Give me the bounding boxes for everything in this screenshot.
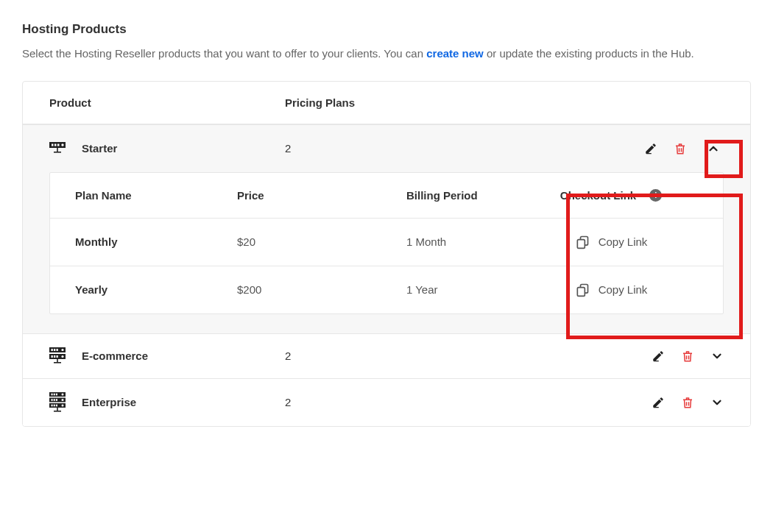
svg-rect-19 bbox=[54, 355, 55, 358]
table-row: Enterprise 2 bbox=[23, 378, 750, 426]
subtitle-text-b: or update the existing products in the H… bbox=[484, 47, 694, 60]
svg-point-16 bbox=[61, 348, 63, 350]
svg-rect-38 bbox=[56, 404, 57, 406]
col-price: Price bbox=[237, 189, 406, 202]
plan-billing: 1 Month bbox=[406, 235, 524, 248]
copy-link-label: Copy Link bbox=[599, 283, 648, 296]
table-header-row: Product Pricing Plans bbox=[23, 82, 750, 124]
edit-button[interactable] bbox=[652, 350, 665, 363]
plan-price: $200 bbox=[237, 283, 406, 296]
page-title: Hosting Products bbox=[22, 22, 751, 37]
delete-button[interactable] bbox=[681, 349, 694, 363]
table-row: Starter 2 bbox=[23, 124, 750, 172]
svg-rect-36 bbox=[52, 404, 53, 406]
inner-header-row: Plan Name Price Billing Period Checkout … bbox=[50, 173, 723, 218]
svg-rect-9 bbox=[577, 239, 585, 248]
product-name: Enterprise bbox=[82, 396, 136, 408]
svg-rect-3 bbox=[57, 143, 60, 146]
subtitle-text-a: Select the Hosting Reseller products tha… bbox=[22, 47, 426, 60]
info-icon[interactable]: i bbox=[649, 189, 662, 202]
svg-rect-24 bbox=[654, 361, 659, 361]
svg-rect-20 bbox=[57, 355, 58, 358]
plan-row: Monthly $20 1 Month Copy Link bbox=[50, 218, 723, 266]
svg-rect-1 bbox=[52, 143, 54, 146]
svg-rect-13 bbox=[52, 349, 53, 351]
plan-name: Yearly bbox=[75, 283, 237, 296]
col-product: Product bbox=[49, 96, 285, 109]
collapse-button[interactable] bbox=[703, 138, 724, 159]
svg-rect-23 bbox=[54, 362, 61, 363]
svg-rect-40 bbox=[57, 408, 58, 411]
svg-rect-26 bbox=[52, 393, 53, 395]
svg-rect-31 bbox=[52, 399, 53, 401]
expanded-plans: Plan Name Price Billing Period Checkout … bbox=[23, 172, 750, 333]
plans-inner-table: Plan Name Price Billing Period Checkout … bbox=[49, 172, 724, 314]
server-stack-large-icon bbox=[49, 392, 66, 413]
plan-row: Yearly $200 1 Year Copy Link bbox=[50, 266, 723, 313]
server-icon bbox=[49, 142, 66, 155]
plans-count: 2 bbox=[285, 350, 652, 362]
product-name-cell: Starter bbox=[49, 142, 285, 155]
svg-rect-11 bbox=[577, 287, 585, 296]
server-stack-icon bbox=[49, 347, 66, 365]
plan-billing: 1 Year bbox=[406, 283, 524, 296]
col-checkout-link-label: Checkout Link bbox=[560, 189, 636, 202]
page-subtitle: Select the Hosting Reseller products tha… bbox=[22, 44, 751, 63]
svg-rect-42 bbox=[654, 407, 659, 408]
delete-button[interactable] bbox=[681, 395, 694, 410]
delete-button[interactable] bbox=[674, 141, 687, 156]
plans-count: 2 bbox=[285, 142, 644, 155]
svg-rect-22 bbox=[57, 359, 58, 362]
col-checkout-link: Checkout Link i bbox=[524, 189, 698, 202]
row-actions bbox=[644, 138, 724, 159]
copy-link-button[interactable]: Copy Link bbox=[575, 283, 648, 297]
product-name-cell: Enterprise bbox=[49, 392, 285, 413]
svg-rect-2 bbox=[54, 143, 57, 146]
product-name: E-commerce bbox=[82, 350, 148, 362]
edit-button[interactable] bbox=[652, 396, 665, 409]
svg-rect-37 bbox=[54, 404, 55, 406]
copy-link-button[interactable]: Copy Link bbox=[575, 235, 648, 249]
expand-button[interactable] bbox=[710, 396, 724, 409]
plans-count: 2 bbox=[285, 396, 652, 408]
products-table: Product Pricing Plans Starter 2 bbox=[22, 81, 751, 427]
svg-rect-27 bbox=[54, 393, 55, 395]
edit-button[interactable] bbox=[644, 142, 657, 155]
table-row: E-commerce 2 bbox=[23, 333, 750, 378]
plan-price: $20 bbox=[237, 235, 406, 248]
svg-rect-6 bbox=[54, 152, 61, 153]
svg-rect-33 bbox=[56, 399, 57, 401]
row-actions bbox=[652, 349, 724, 363]
svg-rect-15 bbox=[57, 349, 58, 351]
product-name-cell: E-commerce bbox=[49, 347, 285, 365]
svg-rect-18 bbox=[52, 355, 53, 358]
svg-point-21 bbox=[61, 355, 63, 357]
col-pricing-plans: Pricing Plans bbox=[285, 96, 724, 109]
svg-point-34 bbox=[62, 399, 64, 401]
page-header: Hosting Products Select the Hosting Rese… bbox=[22, 22, 751, 63]
copy-icon bbox=[575, 235, 590, 249]
create-new-link[interactable]: create new bbox=[426, 47, 484, 60]
copy-icon bbox=[575, 283, 590, 297]
svg-rect-14 bbox=[54, 349, 55, 351]
svg-point-29 bbox=[62, 393, 64, 395]
plan-name: Monthly bbox=[75, 235, 237, 248]
svg-rect-7 bbox=[646, 153, 652, 154]
row-actions bbox=[652, 395, 724, 410]
col-plan-name: Plan Name bbox=[75, 189, 237, 202]
svg-point-39 bbox=[62, 404, 64, 406]
svg-rect-32 bbox=[54, 399, 55, 401]
expand-button[interactable] bbox=[710, 350, 724, 363]
product-name: Starter bbox=[82, 142, 117, 155]
svg-point-4 bbox=[61, 143, 63, 146]
svg-rect-41 bbox=[54, 411, 61, 412]
col-billing-period: Billing Period bbox=[406, 189, 524, 202]
svg-rect-28 bbox=[56, 393, 57, 395]
copy-link-label: Copy Link bbox=[599, 235, 648, 248]
svg-rect-5 bbox=[57, 148, 58, 152]
